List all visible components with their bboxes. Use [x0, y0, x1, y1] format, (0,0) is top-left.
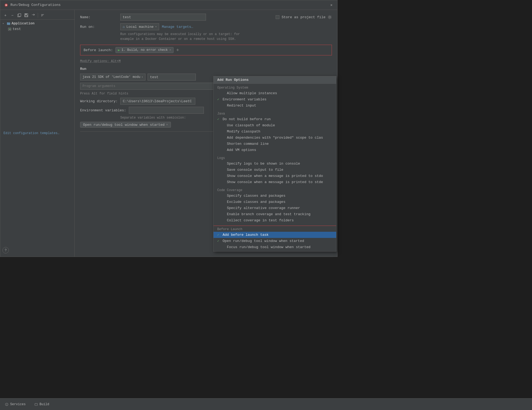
collect-coverage-item[interactable]: Collect coverage in test folders [213, 217, 336, 223]
store-project-label: Store as project file [282, 15, 325, 19]
enable-branch-coverage-item[interactable]: Enable branch coverage and test tracking [213, 211, 336, 217]
specify-coverage-runner-item[interactable]: Specify alternative coverage runner [213, 205, 336, 211]
modify-options-label[interactable]: Modify options: Alt+M [80, 59, 121, 63]
taskbar: Services Build [0, 398, 532, 410]
tree-area: ▾ Application test [0, 20, 74, 129]
before-launch-section-label: Before Launch [213, 226, 336, 232]
sort-icon [41, 13, 44, 17]
build-task-icon: ▶ [118, 48, 120, 52]
build-taskbar-item[interactable]: Build [32, 401, 51, 407]
do-not-build-item[interactable]: ✓ Do not build before run [213, 116, 336, 122]
remove-config-button[interactable]: − [9, 12, 15, 18]
task-chip-label: 1. Build, no error check [121, 48, 168, 52]
tree-application-group[interactable]: ▾ Application [0, 21, 74, 26]
store-project-checkbox[interactable] [276, 15, 279, 19]
add-task-button[interactable]: + [176, 48, 179, 52]
left-panel: + − [0, 10, 75, 257]
open-window-label: Open run/debug tool window when started [83, 123, 164, 127]
save-console-item[interactable]: Save console output to file [213, 167, 336, 173]
java-section: Java ✓ Do not build before run Use class… [213, 110, 336, 154]
show-console-stderr-item[interactable]: Show console when a message is printed t… [213, 179, 336, 185]
run-section-title: Run [80, 67, 332, 71]
open-run-debug-window-item[interactable]: ✓ Open run/debug tool window when starte… [213, 238, 336, 244]
sdk-arrow-icon: ▾ [141, 75, 143, 79]
copy-icon [17, 13, 21, 17]
add-config-button[interactable]: + [2, 12, 8, 18]
name-label: Name: [80, 15, 118, 19]
services-icon [5, 403, 9, 406]
main-class-input[interactable] [148, 74, 196, 81]
services-taskbar-item[interactable]: Services [3, 401, 28, 407]
open-window-chip[interactable]: Open run/debug tool window when started … [80, 122, 171, 128]
exclude-classes-item[interactable]: Exclude classes and packages [213, 199, 336, 205]
os-section-label: Operating System [213, 85, 336, 90]
check-icon-filled: ✓ [217, 97, 221, 101]
coverage-section-label: Code Coverage [213, 187, 336, 193]
specify-classes-item[interactable]: Specify classes and packages [213, 193, 336, 199]
sdk-label: java 21 SDK of 'LeetCode' modu [83, 75, 140, 79]
save-icon [24, 13, 28, 17]
svg-rect-6 [25, 15, 28, 17]
svg-point-18 [6, 405, 7, 405]
working-dir-input[interactable] [120, 98, 195, 105]
code-coverage-section: Code Coverage Specify classes and packag… [213, 186, 336, 225]
allow-multiple-instances-item[interactable]: Allow multiple instances [213, 90, 336, 96]
svg-rect-3 [18, 14, 21, 16]
shorten-command-item[interactable]: Shorten command line [213, 141, 336, 147]
run-on-value: Local machine [126, 25, 153, 29]
settings-gear-icon[interactable] [328, 15, 332, 19]
specify-logs-item[interactable]: Specify logs to be shown in console [213, 161, 336, 167]
dropdown-menu-title: Add Run Options [213, 76, 336, 84]
svg-marker-14 [10, 28, 10, 30]
add-vm-options-item[interactable]: Add VM options [213, 147, 336, 153]
svg-rect-11 [7, 22, 8, 23]
title-bar-left: Run/Debug Configurations [4, 3, 61, 7]
move-config-button[interactable] [30, 12, 36, 18]
java-check-1: ✓ [217, 117, 221, 121]
sdk-dropdown[interactable]: java 21 SDK of 'LeetCode' modu ▾ [80, 74, 145, 81]
redirect-input-item[interactable]: Redirect input [213, 102, 336, 109]
logs-section: Logs Specify logs to be shown in console… [213, 154, 336, 186]
application-label: Application [12, 21, 35, 25]
build-label: Build [40, 403, 49, 406]
bl-check-2: ✓ [217, 239, 221, 243]
use-classpath-item[interactable]: Use classpath of module [213, 122, 336, 128]
run-on-dropdown[interactable]: ⌂ Local machine ▾ [120, 23, 159, 30]
show-console-stdout-item[interactable]: Show console when a message is printed t… [213, 173, 336, 179]
before-launch-section: Before launch: ▶ 1. Build, no error chec… [80, 45, 332, 55]
modify-classpath-item[interactable]: Modify classpath [213, 128, 336, 135]
manage-targets-link[interactable]: Manage targets… [162, 25, 193, 29]
application-folder-icon [7, 22, 10, 25]
help-button[interactable]: ? [2, 247, 9, 253]
name-row: Name: Store as project file [80, 14, 332, 21]
before-launch-task-chip[interactable]: ▶ 1. Build, no error check × [115, 47, 174, 53]
svg-rect-19 [35, 404, 38, 405]
java-section-label: Java [213, 111, 336, 116]
operating-system-section: Operating System Allow multiple instance… [213, 84, 336, 110]
tree-test-item[interactable]: test [0, 26, 74, 32]
environment-variables-item[interactable]: ✓ Environment variables [213, 96, 336, 102]
save-config-button[interactable] [23, 12, 29, 18]
before-launch-menu-section: Before Launch ✓ Add before launch task ✓… [213, 225, 336, 251]
home-icon: ⌂ [123, 25, 125, 29]
task-chip-close-button[interactable]: × [169, 48, 171, 52]
add-run-options-dropdown: Add Run Options Operating System Allow m… [213, 76, 336, 252]
env-vars-input[interactable] [129, 107, 204, 114]
dropdown-arrow-icon: ▾ [155, 25, 157, 28]
add-dependencies-item[interactable]: Add dependencies with "provided" scope t… [213, 135, 336, 141]
focus-run-debug-window-item[interactable]: Focus run/debug tool window when started [213, 244, 336, 250]
close-button[interactable]: × [329, 3, 334, 7]
add-before-launch-task-item[interactable]: ✓ Add before launch task [213, 232, 336, 238]
toolbar: + − [0, 11, 74, 20]
open-window-close-button[interactable]: × [166, 123, 168, 126]
svg-point-15 [329, 16, 331, 18]
edit-config-templates-link[interactable]: Edit configuration templates… [0, 129, 74, 137]
sort-config-button[interactable] [40, 12, 46, 18]
copy-config-button[interactable] [16, 12, 22, 18]
move-icon [31, 13, 35, 17]
program-args-input[interactable] [80, 83, 214, 90]
logs-section-label: Logs [213, 155, 336, 161]
name-input[interactable] [120, 14, 206, 21]
test-config-icon [8, 27, 12, 31]
run-debug-icon [4, 3, 8, 7]
